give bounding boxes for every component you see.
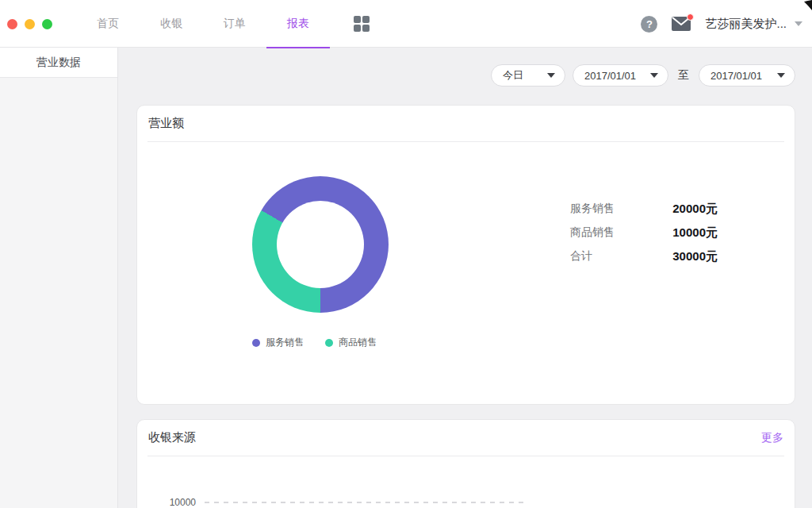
legend-dot: [325, 339, 333, 347]
close-window-button[interactable]: [7, 19, 17, 29]
donut-chart: [252, 176, 389, 313]
main-content: 今日 2017/01/01 至 2017/01/01 营业额: [118, 48, 812, 508]
help-icon[interactable]: [641, 16, 657, 33]
tab-reports[interactable]: 报表: [266, 0, 330, 48]
stat-row-services: 服务销售 20000元: [570, 197, 718, 221]
navbar-right: 艺莎丽美发护...: [641, 0, 802, 48]
stat-value: 20000元: [672, 202, 718, 217]
donut-hole: [277, 201, 364, 288]
date-to-select[interactable]: 2017/01/01: [699, 64, 795, 87]
legend-label: 商品销售: [339, 336, 377, 349]
sidebar-item-business-data[interactable]: 营业数据: [0, 48, 117, 78]
stat-value: 30000元: [672, 249, 718, 264]
navbar: 首页 收银 订单 报表 艺莎丽美发护...: [0, 0, 812, 48]
date-range-separator: 至: [678, 68, 689, 83]
apps-grid-icon[interactable]: [330, 0, 393, 48]
range-preset-select[interactable]: 今日: [491, 64, 565, 87]
date-filter-row: 今日 2017/01/01 至 2017/01/01: [136, 64, 795, 87]
cashier-source-card: 收银来源 更多 10000: [136, 419, 795, 508]
mail-icon[interactable]: [672, 17, 691, 31]
stat-label: 合计: [570, 249, 592, 264]
minimize-window-button[interactable]: [25, 19, 35, 29]
cashier-card-title: 收银来源: [148, 430, 196, 445]
legend-dot: [252, 339, 260, 347]
window-controls: [7, 19, 52, 29]
app-window: 首页 收银 订单 报表 艺莎丽美发护...: [0, 0, 812, 508]
legend-item-services: 服务销售: [252, 336, 304, 349]
active-tab-indicator: [266, 47, 330, 48]
cashier-card-header: 收银来源 更多: [147, 420, 784, 456]
tab-orders[interactable]: 订单: [203, 0, 266, 48]
tab-reports-label: 报表: [287, 17, 309, 31]
range-preset-value: 今日: [503, 68, 523, 83]
tab-home[interactable]: 首页: [76, 0, 140, 48]
stat-label: 服务销售: [570, 202, 615, 216]
notification-badge: [687, 13, 694, 21]
account-menu[interactable]: 艺莎丽美发护...: [705, 17, 802, 32]
revenue-card: 营业额 服务销售 商品销售 服务销售 20000元: [136, 105, 795, 405]
chevron-down-icon: [795, 21, 802, 26]
cursor-artifact: [804, 0, 812, 10]
y-axis-tick-label: 10000: [167, 497, 196, 508]
sidebar: 营业数据: [0, 48, 118, 508]
date-to-value: 2017/01/01: [710, 70, 762, 82]
more-link[interactable]: 更多: [761, 431, 783, 445]
caret-down-icon: [547, 73, 555, 78]
chart-axis-row: 10000: [167, 497, 524, 508]
caret-down-icon: [777, 73, 785, 78]
legend-label: 服务销售: [266, 336, 304, 349]
revenue-card-title: 营业额: [148, 116, 184, 131]
legend-item-products: 商品销售: [325, 336, 377, 349]
grid-glyph: [354, 16, 370, 32]
date-from-value: 2017/01/01: [584, 70, 636, 82]
tab-cashier[interactable]: 收银: [140, 0, 203, 48]
date-from-select[interactable]: 2017/01/01: [573, 64, 668, 87]
zoom-window-button[interactable]: [42, 19, 52, 29]
stat-label: 商品销售: [570, 225, 615, 240]
revenue-stats: 服务销售 20000元 商品销售 10000元 合计 30000元: [570, 197, 718, 268]
stat-row-products: 商品销售 10000元: [570, 221, 718, 244]
donut-legend: 服务销售 商品销售: [252, 336, 377, 349]
main-nav: 首页 收银 订单 报表: [76, 0, 393, 48]
caret-down-icon: [650, 73, 658, 78]
account-name: 艺莎丽美发护...: [705, 17, 787, 32]
stat-row-total: 合计 30000元: [570, 244, 718, 268]
stat-value: 10000元: [672, 225, 718, 241]
revenue-card-header: 营业额: [147, 106, 784, 142]
dashed-gridline: [205, 502, 524, 503]
